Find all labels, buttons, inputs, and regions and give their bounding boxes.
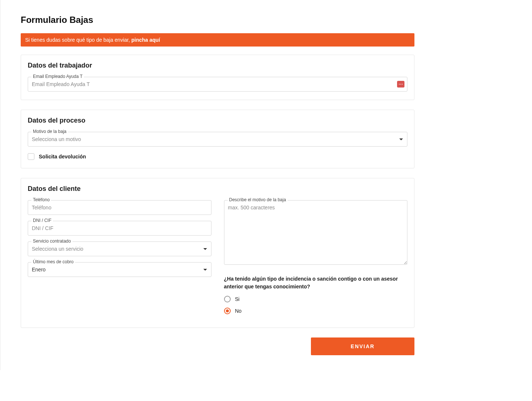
radio-yes[interactable] <box>224 296 231 302</box>
dots-icon <box>402 84 403 85</box>
service-label: Servicio contratado <box>31 239 72 244</box>
client-section-title: Datos del cliente <box>28 185 407 193</box>
radio-yes-row: Si <box>224 296 408 302</box>
dni-field-wrap: DNI / CIF <box>28 221 211 236</box>
radio-yes-label: Si <box>235 296 240 302</box>
service-select[interactable]: Selecciona un servicio <box>28 241 211 256</box>
dots-icon <box>399 84 400 85</box>
incident-question: ¿Ha tenido algún tipo de incidencia o sa… <box>224 275 408 291</box>
describe-field-wrap: Describe el motivo de la baja <box>224 200 408 266</box>
radio-no-label: No <box>235 308 242 314</box>
email-options-button[interactable] <box>397 81 404 88</box>
help-alert: Si tienes dudas sobre qué tipo de baja e… <box>21 33 414 47</box>
last-month-field-wrap: Último mes de cobro Enero <box>28 262 211 277</box>
service-field-wrap: Servicio contratado Selecciona un servic… <box>28 241 211 256</box>
describe-textarea[interactable] <box>224 200 408 265</box>
email-input[interactable] <box>28 77 407 92</box>
refund-checkbox-row: Solicita devolución <box>28 153 407 160</box>
last-month-label: Último mes de cobro <box>31 259 75 264</box>
alert-link[interactable]: pincha aquí <box>131 37 160 43</box>
refund-label: Solicita devolución <box>39 154 86 160</box>
email-label: Email Empleado Ayuda T <box>31 74 84 79</box>
reason-label: Motivo de la baja <box>31 129 68 134</box>
radio-no-row: No <box>224 308 408 314</box>
process-section: Datos del proceso Motivo de la baja Sele… <box>21 110 414 168</box>
client-section: Datos del cliente Teléfono DNI / CIF Ser… <box>21 178 414 328</box>
dni-label: DNI / CIF <box>31 218 53 223</box>
last-month-select[interactable]: Enero <box>28 262 211 277</box>
refund-checkbox[interactable] <box>28 153 34 160</box>
phone-input[interactable] <box>28 200 211 215</box>
radio-dot-icon <box>226 309 229 312</box>
client-right-col: Describe el motivo de la baja ¿Ha tenido… <box>224 200 408 319</box>
phone-field-wrap: Teléfono <box>28 200 211 215</box>
reason-select[interactable]: Selecciona un motivo <box>28 132 407 147</box>
process-section-title: Datos del proceso <box>28 117 407 124</box>
submit-button[interactable]: Enviar <box>311 337 414 355</box>
client-left-col: Teléfono DNI / CIF Servicio contratado S… <box>28 200 211 319</box>
dni-input[interactable] <box>28 221 211 236</box>
phone-label: Teléfono <box>31 197 51 202</box>
submit-row: Enviar <box>21 337 414 355</box>
page-title: Formulario Bajas <box>21 15 414 25</box>
radio-no[interactable] <box>224 308 231 314</box>
worker-section-title: Datos del trabajador <box>28 62 407 69</box>
describe-label: Describe el motivo de la baja <box>228 197 288 202</box>
dots-icon <box>400 84 401 85</box>
alert-prefix: Si tienes dudas sobre qué tipo de baja e… <box>25 37 131 43</box>
email-field-wrap: Email Empleado Ayuda T <box>28 77 407 92</box>
reason-field-wrap: Motivo de la baja Selecciona un motivo <box>28 132 407 147</box>
worker-section: Datos del trabajador Email Empleado Ayud… <box>21 55 414 100</box>
